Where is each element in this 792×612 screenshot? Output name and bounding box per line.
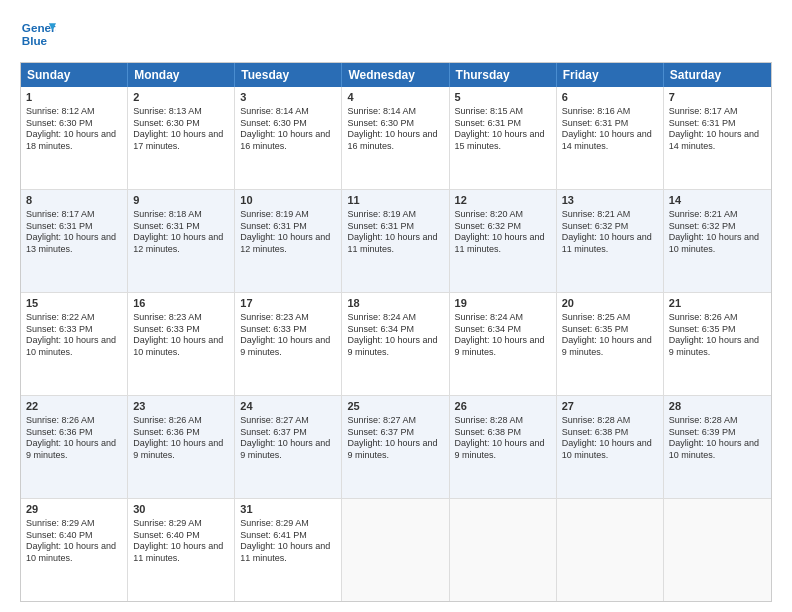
cell-sunset: Sunset: 6:30 PM	[347, 118, 443, 130]
calendar-cell-empty	[664, 499, 771, 601]
day-number: 18	[347, 296, 443, 311]
cell-sunrise: Sunrise: 8:27 AM	[347, 415, 443, 427]
cell-sunrise: Sunrise: 8:14 AM	[347, 106, 443, 118]
day-number: 1	[26, 90, 122, 105]
day-number: 8	[26, 193, 122, 208]
cell-sunset: Sunset: 6:33 PM	[240, 324, 336, 336]
cell-daylight: Daylight: 10 hours and 14 minutes.	[669, 129, 766, 152]
calendar-cell: 27Sunrise: 8:28 AMSunset: 6:38 PMDayligh…	[557, 396, 664, 498]
cell-sunset: Sunset: 6:30 PM	[133, 118, 229, 130]
calendar-cell: 20Sunrise: 8:25 AMSunset: 6:35 PMDayligh…	[557, 293, 664, 395]
cell-daylight: Daylight: 10 hours and 11 minutes.	[133, 541, 229, 564]
calendar-cell: 21Sunrise: 8:26 AMSunset: 6:35 PMDayligh…	[664, 293, 771, 395]
cell-sunrise: Sunrise: 8:13 AM	[133, 106, 229, 118]
cell-sunset: Sunset: 6:39 PM	[669, 427, 766, 439]
cell-daylight: Daylight: 10 hours and 16 minutes.	[347, 129, 443, 152]
cell-sunrise: Sunrise: 8:29 AM	[26, 518, 122, 530]
calendar-cell: 14Sunrise: 8:21 AMSunset: 6:32 PMDayligh…	[664, 190, 771, 292]
cell-sunset: Sunset: 6:37 PM	[347, 427, 443, 439]
cell-daylight: Daylight: 10 hours and 9 minutes.	[669, 335, 766, 358]
weekday-header: Sunday	[21, 63, 128, 87]
calendar-cell: 1Sunrise: 8:12 AMSunset: 6:30 PMDaylight…	[21, 87, 128, 189]
cell-sunset: Sunset: 6:38 PM	[455, 427, 551, 439]
cell-sunset: Sunset: 6:41 PM	[240, 530, 336, 542]
cell-daylight: Daylight: 10 hours and 10 minutes.	[669, 232, 766, 255]
calendar-cell: 22Sunrise: 8:26 AMSunset: 6:36 PMDayligh…	[21, 396, 128, 498]
day-number: 21	[669, 296, 766, 311]
day-number: 22	[26, 399, 122, 414]
calendar-cell: 18Sunrise: 8:24 AMSunset: 6:34 PMDayligh…	[342, 293, 449, 395]
calendar-cell: 25Sunrise: 8:27 AMSunset: 6:37 PMDayligh…	[342, 396, 449, 498]
cell-daylight: Daylight: 10 hours and 9 minutes.	[240, 438, 336, 461]
logo-icon: General Blue	[20, 16, 56, 52]
weekday-header: Friday	[557, 63, 664, 87]
cell-sunrise: Sunrise: 8:14 AM	[240, 106, 336, 118]
cell-sunset: Sunset: 6:30 PM	[26, 118, 122, 130]
cell-daylight: Daylight: 10 hours and 9 minutes.	[455, 438, 551, 461]
day-number: 16	[133, 296, 229, 311]
calendar-cell: 13Sunrise: 8:21 AMSunset: 6:32 PMDayligh…	[557, 190, 664, 292]
calendar-cell: 10Sunrise: 8:19 AMSunset: 6:31 PMDayligh…	[235, 190, 342, 292]
calendar-cell: 11Sunrise: 8:19 AMSunset: 6:31 PMDayligh…	[342, 190, 449, 292]
cell-sunrise: Sunrise: 8:23 AM	[240, 312, 336, 324]
cell-daylight: Daylight: 10 hours and 12 minutes.	[133, 232, 229, 255]
cell-sunset: Sunset: 6:31 PM	[347, 221, 443, 233]
svg-text:Blue: Blue	[22, 34, 48, 47]
day-number: 6	[562, 90, 658, 105]
calendar-header-row: SundayMondayTuesdayWednesdayThursdayFrid…	[21, 63, 771, 87]
weekday-header: Tuesday	[235, 63, 342, 87]
cell-sunset: Sunset: 6:36 PM	[133, 427, 229, 439]
day-number: 5	[455, 90, 551, 105]
calendar-body: 1Sunrise: 8:12 AMSunset: 6:30 PMDaylight…	[21, 87, 771, 601]
cell-sunrise: Sunrise: 8:29 AM	[133, 518, 229, 530]
cell-sunrise: Sunrise: 8:16 AM	[562, 106, 658, 118]
cell-daylight: Daylight: 10 hours and 15 minutes.	[455, 129, 551, 152]
calendar-cell: 26Sunrise: 8:28 AMSunset: 6:38 PMDayligh…	[450, 396, 557, 498]
cell-daylight: Daylight: 10 hours and 14 minutes.	[562, 129, 658, 152]
cell-daylight: Daylight: 10 hours and 9 minutes.	[562, 335, 658, 358]
day-number: 11	[347, 193, 443, 208]
cell-sunrise: Sunrise: 8:19 AM	[347, 209, 443, 221]
day-number: 26	[455, 399, 551, 414]
cell-sunset: Sunset: 6:34 PM	[455, 324, 551, 336]
svg-text:General: General	[22, 21, 56, 34]
cell-sunset: Sunset: 6:31 PM	[240, 221, 336, 233]
day-number: 25	[347, 399, 443, 414]
day-number: 19	[455, 296, 551, 311]
cell-sunrise: Sunrise: 8:21 AM	[562, 209, 658, 221]
calendar-cell: 29Sunrise: 8:29 AMSunset: 6:40 PMDayligh…	[21, 499, 128, 601]
cell-sunrise: Sunrise: 8:20 AM	[455, 209, 551, 221]
cell-daylight: Daylight: 10 hours and 9 minutes.	[240, 335, 336, 358]
cell-daylight: Daylight: 10 hours and 11 minutes.	[455, 232, 551, 255]
day-number: 23	[133, 399, 229, 414]
day-number: 31	[240, 502, 336, 517]
calendar-cell: 28Sunrise: 8:28 AMSunset: 6:39 PMDayligh…	[664, 396, 771, 498]
cell-daylight: Daylight: 10 hours and 10 minutes.	[133, 335, 229, 358]
day-number: 9	[133, 193, 229, 208]
day-number: 17	[240, 296, 336, 311]
cell-daylight: Daylight: 10 hours and 9 minutes.	[133, 438, 229, 461]
calendar-cell: 9Sunrise: 8:18 AMSunset: 6:31 PMDaylight…	[128, 190, 235, 292]
cell-daylight: Daylight: 10 hours and 9 minutes.	[455, 335, 551, 358]
day-number: 24	[240, 399, 336, 414]
cell-daylight: Daylight: 10 hours and 11 minutes.	[240, 541, 336, 564]
cell-sunset: Sunset: 6:35 PM	[669, 324, 766, 336]
cell-sunrise: Sunrise: 8:12 AM	[26, 106, 122, 118]
day-number: 2	[133, 90, 229, 105]
cell-sunrise: Sunrise: 8:15 AM	[455, 106, 551, 118]
calendar-cell: 5Sunrise: 8:15 AMSunset: 6:31 PMDaylight…	[450, 87, 557, 189]
cell-sunrise: Sunrise: 8:27 AM	[240, 415, 336, 427]
page: General Blue SundayMondayTuesdayWednesda…	[0, 0, 792, 612]
weekday-header: Saturday	[664, 63, 771, 87]
calendar: SundayMondayTuesdayWednesdayThursdayFrid…	[20, 62, 772, 602]
cell-daylight: Daylight: 10 hours and 10 minutes.	[26, 335, 122, 358]
day-number: 3	[240, 90, 336, 105]
day-number: 4	[347, 90, 443, 105]
cell-daylight: Daylight: 10 hours and 13 minutes.	[26, 232, 122, 255]
cell-sunset: Sunset: 6:40 PM	[26, 530, 122, 542]
logo: General Blue	[20, 16, 56, 52]
calendar-cell: 16Sunrise: 8:23 AMSunset: 6:33 PMDayligh…	[128, 293, 235, 395]
cell-sunrise: Sunrise: 8:26 AM	[26, 415, 122, 427]
cell-daylight: Daylight: 10 hours and 18 minutes.	[26, 129, 122, 152]
cell-sunset: Sunset: 6:33 PM	[26, 324, 122, 336]
